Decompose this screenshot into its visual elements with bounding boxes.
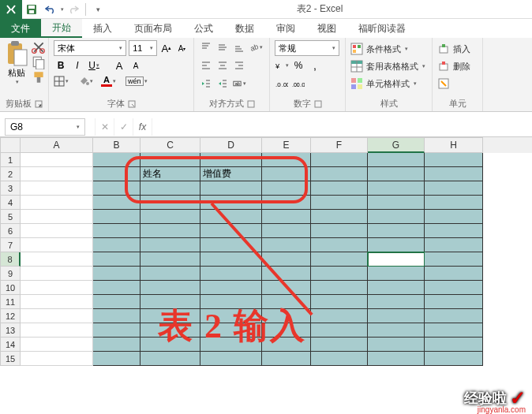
cell-B5[interactable] <box>93 210 140 224</box>
decrease-decimal-button[interactable]: .00.0 <box>291 77 305 91</box>
cell-B7[interactable] <box>93 238 140 252</box>
cell-D6[interactable] <box>200 224 262 238</box>
cell-F3[interactable] <box>311 181 368 196</box>
cell-E2[interactable] <box>262 167 311 181</box>
cell-B14[interactable] <box>93 338 140 352</box>
cell-B6[interactable] <box>93 224 140 238</box>
cell-H14[interactable] <box>425 338 483 352</box>
col-header-B[interactable]: B <box>93 137 140 153</box>
cell-B2[interactable] <box>93 167 140 181</box>
cell-F12[interactable] <box>311 309 368 323</box>
cell-A12[interactable] <box>21 309 93 323</box>
increase-font-alt-button[interactable]: A <box>112 58 126 73</box>
dialog-launcher-icon[interactable] <box>35 100 43 108</box>
cell-A9[interactable] <box>21 267 93 281</box>
cell-B12[interactable] <box>93 309 140 323</box>
cell-B15[interactable] <box>93 352 140 366</box>
cell-C6[interactable] <box>140 224 200 238</box>
cancel-button[interactable]: ✕ <box>95 118 114 136</box>
row-header-14[interactable]: 14 <box>0 338 21 352</box>
cell-A15[interactable] <box>21 352 93 366</box>
cell-D5[interactable] <box>200 210 262 224</box>
cell-G6[interactable] <box>368 224 425 238</box>
cell-A2[interactable] <box>21 167 93 181</box>
cell-D2[interactable]: 增值费 <box>200 167 262 181</box>
decrease-font-alt-button[interactable]: A <box>129 58 143 73</box>
cell-H6[interactable] <box>425 224 483 238</box>
cell-F11[interactable] <box>311 295 368 309</box>
row-header-3[interactable]: 3 <box>0 181 21 196</box>
row-header-5[interactable]: 5 <box>0 210 21 224</box>
cell-E12[interactable] <box>262 309 311 323</box>
cell-H5[interactable] <box>425 210 483 224</box>
cell-G1[interactable] <box>368 153 425 167</box>
cell-C11[interactable] <box>140 295 200 309</box>
cell-B3[interactable] <box>93 181 140 196</box>
cell-B4[interactable] <box>93 196 140 210</box>
dialog-launcher-icon[interactable] <box>128 100 136 108</box>
col-header-E[interactable]: E <box>262 137 311 153</box>
font-name-select[interactable]: 宋体▾ <box>54 40 126 56</box>
cell-D10[interactable] <box>200 281 262 295</box>
cell-D13[interactable] <box>200 323 262 338</box>
cell-G13[interactable] <box>368 323 425 338</box>
cell-C15[interactable] <box>140 352 200 366</box>
align-center-button[interactable] <box>215 58 230 73</box>
row-header-9[interactable]: 9 <box>0 267 21 281</box>
cell-H12[interactable] <box>425 309 483 323</box>
fill-color-button[interactable]: ▾ <box>78 76 93 86</box>
cell-E9[interactable] <box>262 267 311 281</box>
font-color-button[interactable]: A▾ <box>101 75 116 87</box>
cell-E14[interactable] <box>262 338 311 352</box>
cell-D9[interactable] <box>200 267 262 281</box>
cell-A4[interactable] <box>21 196 93 210</box>
cell-G14[interactable] <box>368 338 425 352</box>
cell-F14[interactable] <box>311 338 368 352</box>
borders-button[interactable]: ▾ <box>54 76 69 87</box>
cell-C2[interactable]: 姓名 <box>140 167 200 181</box>
copy-button[interactable] <box>32 55 46 68</box>
row-header-13[interactable]: 13 <box>0 323 21 338</box>
cell-H2[interactable] <box>425 167 483 181</box>
select-all-corner[interactable] <box>0 137 21 153</box>
cell-A3[interactable] <box>21 181 93 196</box>
align-middle-button[interactable] <box>215 40 230 54</box>
cell-A11[interactable] <box>21 295 93 309</box>
row-header-6[interactable]: 6 <box>0 224 21 238</box>
cell-C9[interactable] <box>140 267 200 281</box>
format-cells-button[interactable] <box>437 75 478 92</box>
cell-C1[interactable] <box>140 153 200 167</box>
cell-H11[interactable] <box>425 295 483 309</box>
row-header-1[interactable]: 1 <box>0 153 21 167</box>
cell-C4[interactable] <box>140 196 200 210</box>
tab-review[interactable]: 审阅 <box>265 19 306 38</box>
row-header-4[interactable]: 4 <box>0 196 21 210</box>
cell-D8[interactable] <box>200 252 262 267</box>
cell-F4[interactable] <box>311 196 368 210</box>
cell-G9[interactable] <box>368 267 425 281</box>
tab-page-layout[interactable]: 页面布局 <box>123 19 183 38</box>
tab-data[interactable]: 数据 <box>224 19 265 38</box>
tab-file[interactable]: 文件 <box>0 19 41 38</box>
cell-D15[interactable] <box>200 352 262 366</box>
insert-function-button[interactable]: fx <box>133 118 152 136</box>
cell-F7[interactable] <box>311 238 368 252</box>
cell-A7[interactable] <box>21 238 93 252</box>
cell-E4[interactable] <box>262 196 311 210</box>
format-painter-button[interactable] <box>32 70 46 83</box>
cell-B1[interactable] <box>93 153 140 167</box>
font-size-select[interactable]: 11▾ <box>129 40 157 56</box>
row-header-2[interactable]: 2 <box>0 167 21 181</box>
insert-cells-button[interactable]: 插入 <box>437 40 478 58</box>
cells-area[interactable]: 姓名增值费 <box>21 153 483 366</box>
cell-E10[interactable] <box>262 281 311 295</box>
percent-button[interactable]: % <box>291 58 305 73</box>
cell-B10[interactable] <box>93 281 140 295</box>
name-box[interactable]: G8▾ <box>5 118 85 136</box>
cell-G10[interactable] <box>368 281 425 295</box>
cell-G15[interactable] <box>368 352 425 366</box>
cell-H3[interactable] <box>425 181 483 196</box>
increase-indent-button[interactable] <box>215 76 230 91</box>
cell-E5[interactable] <box>262 210 311 224</box>
decrease-font-button[interactable]: A▾ <box>175 41 189 55</box>
